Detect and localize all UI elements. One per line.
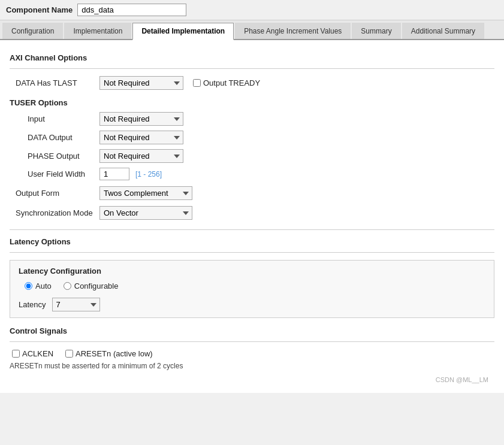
- tab-detailed-implementation[interactable]: Detailed Implementation: [132, 23, 234, 40]
- latency-section-header: Latency Options: [10, 237, 494, 246]
- data-output-row: DATA Output Not Required Required: [10, 131, 494, 144]
- radio-configurable-input[interactable]: [64, 282, 71, 290]
- radio-auto: Auto: [25, 281, 52, 290]
- tabs-bar: Configuration Implementation Detailed Im…: [0, 20, 504, 40]
- radio-auto-input[interactable]: [25, 282, 32, 290]
- sync-mode-label: Synchronization Mode: [16, 208, 99, 217]
- latency-divider2: [10, 252, 494, 253]
- tab-phase-angle[interactable]: Phase Angle Increment Values: [235, 23, 351, 39]
- output-form-row: Output Form Twos Complement Sign Magnitu…: [10, 186, 494, 200]
- output-form-dropdown[interactable]: Twos Complement Sign Magnitude: [99, 186, 192, 200]
- input-label: Input: [28, 114, 99, 123]
- component-name-input[interactable]: [77, 4, 186, 16]
- control-divider: [10, 341, 494, 342]
- latency-configuration-box: Latency Configuration Auto Configurable …: [10, 260, 494, 318]
- data-output-label: DATA Output: [28, 133, 99, 142]
- user-field-width-input[interactable]: [99, 168, 129, 180]
- latency-dropdown[interactable]: 7 8 9 10: [52, 298, 100, 311]
- latency-divider: [10, 229, 494, 230]
- latency-label: Latency: [19, 300, 46, 309]
- output-tready-checkbox[interactable]: [193, 79, 201, 87]
- aclken-group: ACLKEN: [12, 349, 53, 358]
- latency-value-row: Latency 7 8 9 10: [19, 298, 485, 311]
- tab-implementation[interactable]: Implementation: [64, 23, 131, 39]
- aresetn-group: ARESETn (active low): [65, 349, 153, 358]
- latency-configuration-header: Latency Configuration: [19, 267, 485, 276]
- control-section: Control Signals ACLKEN ARESETn (active l…: [10, 326, 494, 370]
- tab-additional-summary[interactable]: Additional Summary: [402, 23, 484, 39]
- component-name-bar: Component Name: [0, 0, 504, 20]
- tab-configuration[interactable]: Configuration: [2, 23, 63, 39]
- tuser-section-header: TUSER Options: [10, 98, 494, 107]
- input-row: Input Not Required Required: [10, 112, 494, 126]
- radio-configurable-label: Configurable: [74, 281, 119, 290]
- watermark: CSDN @ML__LM: [10, 370, 494, 386]
- phase-output-label: PHASE Output: [28, 152, 99, 161]
- radio-configurable: Configurable: [64, 281, 119, 290]
- aresetn-checkbox[interactable]: [65, 350, 73, 358]
- output-form-label: Output Form: [16, 189, 99, 198]
- control-checkboxes: ACLKEN ARESETn (active low): [10, 349, 494, 358]
- input-dropdown[interactable]: Not Required Required: [99, 112, 183, 126]
- user-field-width-row: User Field Width [1 - 256]: [10, 168, 494, 180]
- tab-summary[interactable]: Summary: [352, 23, 400, 39]
- axi-divider: [10, 68, 494, 69]
- sync-mode-row: Synchronization Mode On Vector On Target…: [10, 206, 494, 220]
- phase-output-dropdown[interactable]: Not Required Required: [99, 149, 183, 163]
- control-note: ARESETn must be asserted for a minimum o…: [10, 362, 494, 370]
- component-name-label: Component Name: [6, 5, 73, 14]
- radio-auto-label: Auto: [35, 281, 52, 290]
- tlast-controls: Not Required Required Output TREADY: [99, 76, 260, 90]
- tlast-dropdown[interactable]: Not Required Required: [99, 76, 183, 90]
- phase-output-row: PHASE Output Not Required Required: [10, 149, 494, 163]
- latency-radio-group: Auto Configurable: [19, 281, 485, 290]
- output-tready-label: Output TREADY: [203, 78, 260, 87]
- tlast-label: DATA Has TLAST: [16, 78, 99, 87]
- main-content: AXI Channel Options DATA Has TLAST Not R…: [0, 40, 504, 393]
- user-field-width-range: [1 - 256]: [135, 170, 162, 178]
- control-section-header: Control Signals: [10, 326, 494, 335]
- axi-section-header: AXI Channel Options: [10, 53, 494, 62]
- output-tready-group: Output TREADY: [193, 78, 260, 87]
- aresetn-label: ARESETn (active low): [76, 349, 153, 358]
- aclken-label: ACLKEN: [22, 349, 53, 358]
- user-field-width-label: User Field Width: [28, 169, 99, 178]
- data-output-dropdown[interactable]: Not Required Required: [99, 131, 183, 144]
- sync-mode-dropdown[interactable]: On Vector On Target Phase: [99, 206, 192, 220]
- aclken-checkbox[interactable]: [12, 350, 20, 358]
- tlast-row: DATA Has TLAST Not Required Required Out…: [10, 76, 494, 90]
